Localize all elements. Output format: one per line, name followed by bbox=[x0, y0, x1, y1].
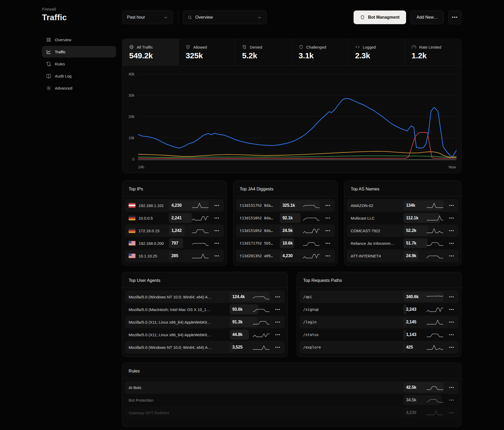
row-more-button[interactable]: ••• bbox=[323, 241, 332, 245]
bot-management-button[interactable]: Bot Managment bbox=[354, 11, 406, 24]
top-as-rows: AMAZON-02 134k ••• Multicast LLC 112.1k … bbox=[344, 196, 461, 265]
table-row[interactable]: /status 1,143 ••• bbox=[300, 328, 459, 341]
row-more-button[interactable]: ••• bbox=[273, 333, 282, 336]
table-row[interactable]: 172.16.0.15 1,242 ••• bbox=[125, 224, 224, 237]
table-row[interactable]: Mozilla/5.0 (Windows NT 10.0; Win64; x64… bbox=[125, 291, 285, 303]
sidebar-item-label: Advanced bbox=[55, 86, 72, 90]
row-value: 124.4k bbox=[230, 294, 245, 299]
row-metric: 93.6k bbox=[230, 304, 270, 314]
row-more-button[interactable]: ••• bbox=[447, 411, 456, 415]
row-metric: 24.5k bbox=[280, 226, 320, 236]
row-more-button[interactable]: ••• bbox=[212, 216, 221, 220]
sidebar-item-audit-log[interactable]: Audit Log bbox=[42, 70, 116, 82]
sidebar-item-traffic[interactable]: Traffic bbox=[42, 46, 116, 58]
table-row[interactable]: COMCAST-7922 52.2k ••• bbox=[347, 224, 459, 237]
sparkline bbox=[253, 306, 270, 313]
y-tick: 10k bbox=[128, 136, 134, 140]
row-more-button[interactable]: ••• bbox=[447, 398, 456, 402]
table-row[interactable]: Mozilla/5.0 (Macintosh; Intel Mac OS X 1… bbox=[125, 303, 285, 316]
sidebar-item-label: Rules bbox=[55, 62, 65, 66]
stat-tab-all-traffic[interactable]: All Traffic 549.2k bbox=[122, 39, 179, 65]
stat-tab-challenged[interactable]: Challenged 3.1k bbox=[292, 39, 348, 65]
row-more-button[interactable]: ••• bbox=[447, 216, 456, 220]
sidebar-item-label: Overview bbox=[55, 38, 71, 42]
row-more-button[interactable]: ••• bbox=[447, 241, 456, 245]
row-more-button[interactable]: ••• bbox=[447, 345, 456, 349]
row-more-button[interactable]: ••• bbox=[212, 254, 221, 258]
time-range-select[interactable]: Past hour bbox=[122, 11, 173, 24]
table-row[interactable]: /api 340.6k ••• bbox=[300, 291, 459, 303]
row-more-button[interactable]: ••• bbox=[323, 216, 332, 220]
row-metric: 325.1k bbox=[280, 200, 320, 210]
sparkline bbox=[253, 293, 270, 300]
row-metric: 2,243 bbox=[403, 304, 443, 314]
table-row[interactable]: ATT-INTERNET4 24.9k ••• bbox=[347, 250, 459, 262]
table-row[interactable]: t13d1717h2_5b5… 10.6k ••• bbox=[236, 237, 335, 250]
table-row[interactable]: t13d1517h2_8da… 325.1k ••• bbox=[236, 199, 335, 212]
country-flag-icon bbox=[129, 228, 135, 233]
row-more-button[interactable]: ••• bbox=[447, 386, 456, 389]
row-more-button[interactable]: ••• bbox=[273, 345, 282, 349]
row-more-button[interactable]: ••• bbox=[447, 295, 456, 299]
row-more-button[interactable]: ••• bbox=[447, 333, 456, 336]
table-row[interactable]: Mozilla/5.0 (Windows NT 10.0; Win64; x64… bbox=[125, 341, 285, 354]
more-actions-button[interactable]: ••• bbox=[448, 11, 461, 24]
search-icon bbox=[188, 15, 192, 20]
row-more-button[interactable]: ••• bbox=[447, 204, 456, 207]
row-more-button[interactable]: ••• bbox=[447, 254, 456, 258]
table-row[interactable]: t13d1516h2_8da… 92.1k ••• bbox=[236, 212, 335, 224]
sparkline bbox=[427, 240, 443, 247]
table-row[interactable]: t13d1516h2_8da… 24.5k ••• bbox=[236, 224, 335, 237]
x-start-label: 24h bbox=[138, 165, 144, 169]
as-label: AMAZON-02 bbox=[351, 203, 400, 208]
y-tick: 0 bbox=[132, 157, 134, 161]
table-row[interactable]: AMAZON-02 134k ••• bbox=[347, 199, 459, 212]
table-row[interactable]: 192.168.1.101 4,230 ••• bbox=[125, 199, 224, 212]
row-metric: 2,145 bbox=[403, 317, 443, 327]
row-more-button[interactable]: ••• bbox=[273, 308, 282, 311]
row-more-button[interactable]: ••• bbox=[212, 229, 221, 232]
table-row[interactable]: Gateway GPT Redirect 4,230 ••• bbox=[125, 406, 459, 419]
sidebar-item-overview[interactable]: Overview bbox=[42, 34, 116, 45]
table-row[interactable]: Reliance Jio Infocomm… 51.7k ••• bbox=[347, 237, 459, 250]
view-search-select[interactable]: Overview bbox=[183, 11, 267, 24]
stat-tab-logged[interactable]: Logged 2.3k bbox=[348, 39, 405, 65]
table-row[interactable]: Multicast LLC 112.1k ••• bbox=[347, 212, 459, 224]
row-metric: 425 bbox=[403, 342, 443, 352]
row-more-button[interactable]: ••• bbox=[323, 204, 332, 207]
row-more-button[interactable]: ••• bbox=[212, 204, 221, 207]
row-more-button[interactable]: ••• bbox=[323, 229, 332, 232]
stat-tab-rate-limited[interactable]: Rate Limited 1.2k bbox=[405, 39, 461, 65]
sparkline bbox=[427, 252, 443, 259]
table-row[interactable]: /signup 2,243 ••• bbox=[300, 303, 459, 316]
table-row[interactable]: /explore 425 ••• bbox=[300, 341, 459, 354]
table-row[interactable]: Bot Protection 34.5k ••• bbox=[125, 394, 459, 406]
add-new-button[interactable]: Add New… bbox=[411, 11, 444, 24]
table-row[interactable]: 192.168.0.200 797 ••• bbox=[125, 237, 224, 250]
table-row[interactable]: AI Bots 42.5k ••• bbox=[125, 381, 459, 394]
table-row[interactable]: 10.0.0.5 2,241 ••• bbox=[125, 212, 224, 224]
row-more-button[interactable]: ••• bbox=[273, 320, 282, 324]
traffic-line-chart[interactable]: 40k 30k 20k 10k 0 bbox=[138, 73, 456, 162]
sidebar-item-rules[interactable]: Rules bbox=[42, 58, 116, 70]
table-row[interactable]: Mozilla/5.0 (X11; Linux x86_64) AppleWeb… bbox=[125, 328, 285, 341]
row-more-button[interactable]: ••• bbox=[447, 308, 456, 311]
add-new-label: Add New… bbox=[417, 15, 438, 20]
row-value: 425 bbox=[403, 345, 413, 350]
row-value: 340.6k bbox=[403, 294, 419, 299]
row-more-button[interactable]: ••• bbox=[447, 229, 456, 232]
row-more-button[interactable]: ••• bbox=[323, 254, 332, 258]
sparkline bbox=[427, 319, 443, 325]
stat-tab-denied[interactable]: Denied 5.2k bbox=[235, 39, 292, 65]
table-row[interactable]: /login 2,145 ••• bbox=[300, 316, 459, 328]
row-more-button[interactable]: ••• bbox=[273, 295, 282, 299]
sidebar-item-advanced[interactable]: Advanced bbox=[42, 82, 116, 94]
table-row[interactable]: 10.1.10.25 285 ••• bbox=[125, 250, 224, 262]
stat-tab-allowed[interactable]: Allowed 325k bbox=[179, 39, 235, 65]
row-more-button[interactable]: ••• bbox=[212, 241, 221, 245]
sparkline bbox=[253, 319, 270, 325]
row-more-button[interactable]: ••• bbox=[447, 320, 456, 324]
table-row[interactable]: Mozilla/5.0 (X11; Linux x86_64) AppleWeb… bbox=[125, 316, 285, 328]
chart-body: 40k 30k 20k 10k 0 24h Now bbox=[122, 66, 461, 173]
table-row[interactable]: t13d2013h2_a09… 4,230 ••• bbox=[236, 250, 335, 262]
